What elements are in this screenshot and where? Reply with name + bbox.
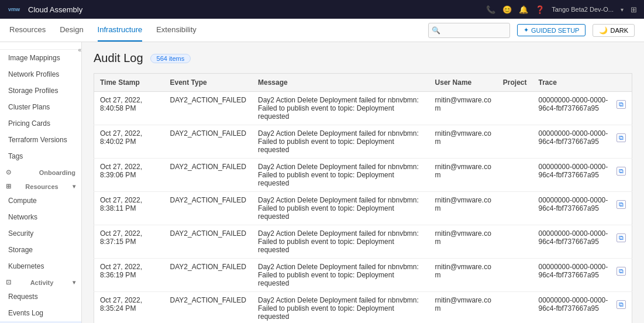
copy-icon[interactable]: ⧉ (617, 200, 626, 209)
cell-event-type: DAY2_ACTION_FAILED (164, 192, 253, 225)
cell-event-type: DAY2_ACTION_FAILED (164, 292, 253, 324)
sidebar-item-label: Terraform Versions (8, 136, 67, 144)
nav-infrastructure[interactable]: Infrastructure (98, 19, 143, 42)
cell-message: Day2 Action Delete Deployment failed for… (252, 225, 429, 259)
table-row: Oct 27, 2022, 8:35:24 PM DAY2_ACTION_FAI… (94, 292, 632, 324)
cell-trace: 00000000-0000-0000-96c4-fbf737667a95 ⧉ (533, 192, 632, 225)
nav-extensibility[interactable]: Extensibility (156, 19, 197, 42)
copy-icon[interactable]: ⧉ (617, 267, 626, 276)
sidebar-section-activity[interactable]: ⊡ Activity ▾ (0, 274, 81, 288)
sidebar-item-pricing-cards[interactable]: Pricing Cards (0, 115, 81, 132)
trace-value: 00000000-0000-0000-96c4-fbf737667a95 (539, 296, 615, 312)
user-menu[interactable]: Tango Beta2 Dev-O... (552, 6, 614, 13)
sidebar-item-label: Storage Profiles (8, 87, 58, 95)
sidebar-item-terraform-versions[interactable]: Terraform Versions (0, 132, 81, 148)
copy-icon[interactable]: ⧉ (617, 233, 626, 242)
cell-timestamp: Oct 27, 2022, 8:40:58 PM (94, 92, 164, 125)
cell-message: Day2 Action Delete Deployment failed for… (252, 92, 429, 125)
cell-message: Day2 Action Delete Deployment failed for… (252, 192, 429, 225)
nav-resources[interactable]: Resources (9, 19, 46, 42)
dark-label: DARK (610, 27, 628, 34)
copy-icon[interactable]: ⧉ (617, 100, 626, 109)
col-header-project[interactable]: Project (497, 74, 533, 92)
sidebar-item-networks[interactable]: Networks (0, 209, 81, 225)
sidebar-item-label: Image Mappings (8, 54, 60, 62)
cell-trace: 00000000-0000-0000-96c4-fbf737667a95 ⧉ (533, 159, 632, 192)
sidebar-item-label: Cluster Plans (8, 103, 50, 111)
cell-username: rnitin@vmware.co m (429, 125, 497, 159)
trace-value: 00000000-0000-0000-96c4-fbf737667a95 (539, 163, 615, 179)
resources-icon: ⊞ (6, 183, 11, 190)
app-title: Cloud Assembly (28, 5, 82, 14)
sidebar-item-image-mappings[interactable]: Image Mappings (0, 50, 81, 66)
sidebar-item-label: Requests (8, 293, 38, 301)
cell-project (497, 259, 533, 292)
cell-project (497, 292, 533, 324)
search-input[interactable] (428, 23, 510, 38)
sidebar-item-network-profiles[interactable]: Network Profiles (0, 66, 81, 83)
sidebar-item-events-log[interactable]: Events Log (0, 305, 81, 321)
table-row: Oct 27, 2022, 8:39:06 PM DAY2_ACTION_FAI… (94, 159, 632, 192)
cell-timestamp: Oct 27, 2022, 8:39:06 PM (94, 159, 164, 192)
cell-timestamp: Oct 27, 2022, 8:37:15 PM (94, 225, 164, 259)
sidebar-item-storage-profiles[interactable]: Storage Profiles (0, 83, 81, 99)
sidebar-item-label: Security (8, 229, 33, 238)
sidebar-item-requests[interactable]: Requests (0, 288, 81, 305)
table-row: Oct 27, 2022, 8:37:15 PM DAY2_ACTION_FAI… (94, 225, 632, 259)
sidebar-item-label: Compute (8, 197, 37, 205)
sidebar-item-label: Network Profiles (8, 70, 59, 78)
bell-icon[interactable]: 🔔 (519, 5, 528, 14)
cell-message: Day2 Action Delete Deployment failed for… (252, 259, 429, 292)
sidebar-collapse-area: « (0, 44, 81, 50)
col-header-message[interactable]: Message (252, 74, 429, 92)
sidebar-section-resources[interactable]: ⊞ Resources ▾ (0, 178, 81, 193)
items-badge: 564 items (150, 54, 191, 63)
sidebar-item-tags[interactable]: Tags (0, 148, 81, 164)
cell-timestamp: Oct 27, 2022, 8:35:24 PM (94, 292, 164, 324)
grid-icon[interactable]: ⊞ (631, 5, 637, 14)
top-nav-right: 📞 😊 🔔 ❓ Tango Beta2 Dev-O... ▾ ⊞ (486, 5, 637, 14)
guided-setup-button[interactable]: ✦ GUIDED SETUP (517, 24, 586, 36)
copy-icon[interactable]: ⧉ (617, 133, 626, 142)
sidebar: « Image Mappings Network Profiles Storag… (0, 42, 82, 323)
emoji-icon[interactable]: 😊 (502, 5, 512, 14)
main-nav: Resources Design Infrastructure Extensib… (0, 19, 644, 42)
col-header-event-type[interactable]: Event Type (164, 74, 253, 92)
cell-message: Day2 Action Delete Deployment failed for… (252, 159, 429, 192)
nav-design[interactable]: Design (60, 19, 83, 42)
table-body: Oct 27, 2022, 8:40:58 PM DAY2_ACTION_FAI… (94, 92, 632, 324)
audit-table: Time Stamp Event Type Message User Name … (94, 73, 632, 323)
cell-trace: 00000000-0000-0000-96c4-fbf737667a95 ⧉ (533, 292, 632, 324)
sidebar-item-cluster-plans[interactable]: Cluster Plans (0, 99, 81, 115)
question-icon[interactable]: ❓ (535, 5, 545, 14)
table-row: Oct 27, 2022, 8:38:11 PM DAY2_ACTION_FAI… (94, 192, 632, 225)
sidebar-item-storage[interactable]: Storage (0, 242, 81, 258)
sidebar-item-compute[interactable]: Compute (0, 193, 81, 209)
sidebar-item-label: Kubernetes (8, 262, 44, 270)
page-header: Audit Log 564 items (94, 51, 632, 65)
resources-label: Resources (25, 183, 58, 190)
top-nav: vmw Cloud Assembly 📞 😊 🔔 ❓ Tango Beta2 D… (0, 0, 644, 19)
dark-mode-button[interactable]: 🌙 DARK (593, 24, 635, 37)
sidebar-item-kubernetes[interactable]: Kubernetes (0, 258, 81, 274)
copy-icon[interactable]: ⧉ (617, 167, 626, 176)
main-nav-right: 🔍 ✦ GUIDED SETUP 🌙 DARK (428, 23, 635, 38)
chevron-down-icon[interactable]: ▾ (621, 6, 624, 13)
table-row: Oct 27, 2022, 8:40:58 PM DAY2_ACTION_FAI… (94, 92, 632, 125)
cell-timestamp: Oct 27, 2022, 8:40:02 PM (94, 125, 164, 159)
cell-timestamp: Oct 27, 2022, 8:38:11 PM (94, 192, 164, 225)
copy-icon[interactable]: ⧉ (617, 300, 626, 309)
sidebar-collapse-button[interactable]: « (78, 47, 81, 53)
sidebar-item-label: Networks (8, 213, 37, 221)
col-header-trace[interactable]: Trace (533, 74, 632, 92)
sidebar-item-security[interactable]: Security (0, 225, 81, 242)
cell-username: rnitin@vmware.co m (429, 259, 497, 292)
trace-value: 00000000-0000-0000-96c4-fbf737667a95 (539, 229, 615, 246)
phone-icon[interactable]: 📞 (486, 5, 495, 14)
sidebar-section-onboarding[interactable]: ⊙ Onboarding (0, 164, 81, 178)
trace-value: 00000000-0000-0000-96c4-fbf737667a95 (539, 129, 615, 146)
chevron-icon: ▾ (73, 183, 75, 190)
col-header-username[interactable]: User Name (429, 74, 497, 92)
col-header-timestamp[interactable]: Time Stamp (94, 74, 164, 92)
table-row: Oct 27, 2022, 8:40:02 PM DAY2_ACTION_FAI… (94, 125, 632, 159)
